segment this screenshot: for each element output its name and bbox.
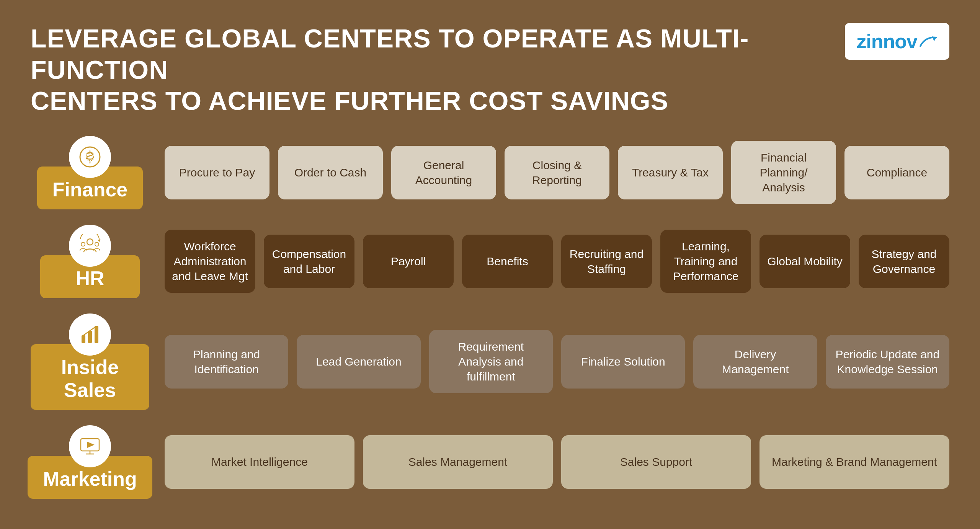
finance-icon-circle bbox=[69, 136, 111, 178]
finance-label-area: Finance bbox=[31, 136, 149, 209]
hr-items: Workforce Administration and Leave Mgt C… bbox=[165, 230, 949, 293]
list-item: Order to Cash bbox=[278, 146, 383, 199]
page-title: LEVERAGE GLOBAL CENTERS TO OPERATE AS MU… bbox=[31, 23, 758, 117]
svg-rect-6 bbox=[88, 331, 92, 343]
list-item: Financial Planning/ Analysis bbox=[731, 141, 836, 204]
list-item: Lead Generation bbox=[297, 335, 420, 389]
list-item: Marketing & Brand Management bbox=[760, 435, 949, 489]
list-item: Requirement Analysis and fulfillment bbox=[429, 330, 553, 393]
list-item: Compliance bbox=[844, 146, 949, 199]
list-item: Closing & Reporting bbox=[505, 146, 609, 199]
hr-label-area: HR bbox=[31, 225, 149, 298]
finance-row: Finance Procure to Pay Order to Cash Gen… bbox=[31, 136, 949, 209]
svg-marker-11 bbox=[87, 442, 95, 448]
list-item: Sales Management bbox=[363, 435, 553, 489]
content-rows: Finance Procure to Pay Order to Cash Gen… bbox=[31, 136, 949, 506]
dollar-gear-icon bbox=[78, 145, 101, 168]
list-item: Compensation and Labor bbox=[264, 235, 354, 288]
svg-point-3 bbox=[81, 242, 85, 246]
header: LEVERAGE GLOBAL CENTERS TO OPERATE AS MU… bbox=[31, 23, 949, 117]
svg-point-2 bbox=[87, 239, 93, 245]
list-item: Market Intelligence bbox=[165, 435, 354, 489]
logo: zinnov bbox=[845, 23, 949, 60]
finance-items: Procure to Pay Order to Cash General Acc… bbox=[165, 141, 949, 204]
list-item: Global Mobility bbox=[760, 235, 850, 288]
list-item: Learning, Training and Performance bbox=[660, 230, 751, 293]
list-item: Recruiting and Staffing bbox=[561, 235, 652, 288]
marketing-items: Market Intelligence Sales Management Sal… bbox=[165, 435, 949, 489]
list-item: Treasury & Tax bbox=[618, 146, 723, 199]
inside-sales-items: Planning and Identification Lead Generat… bbox=[165, 330, 949, 393]
svg-rect-7 bbox=[95, 326, 98, 343]
svg-point-0 bbox=[80, 147, 100, 167]
list-item: Benefits bbox=[462, 235, 553, 288]
list-item: Strategy and Governance bbox=[859, 235, 949, 288]
list-item: Delivery Management bbox=[693, 335, 817, 389]
marketing-icon-circle bbox=[69, 425, 111, 467]
main-container: LEVERAGE GLOBAL CENTERS TO OPERATE AS MU… bbox=[0, 0, 980, 529]
hr-row: HR Workforce Administration and Leave Mg… bbox=[31, 225, 949, 298]
logo-text: zinnov bbox=[856, 30, 917, 53]
list-item: Planning and Identification bbox=[165, 335, 288, 389]
marketing-row: Marketing Market Intelligence Sales Mana… bbox=[31, 425, 949, 499]
inside-sales-row: Inside Sales Planning and Identification… bbox=[31, 313, 949, 410]
logo-swoosh-icon bbox=[919, 34, 938, 49]
list-item: Procure to Pay bbox=[165, 146, 270, 199]
list-item: Payroll bbox=[363, 235, 454, 288]
list-item: Finalize Solution bbox=[561, 335, 685, 389]
chart-up-icon bbox=[78, 323, 101, 346]
inside-sales-label-area: Inside Sales bbox=[31, 313, 149, 410]
hr-icon-circle bbox=[69, 225, 111, 267]
list-item: Periodic Update and Knowledge Session bbox=[826, 335, 949, 389]
list-item: Workforce Administration and Leave Mgt bbox=[165, 230, 255, 293]
people-cycle-icon bbox=[78, 234, 101, 257]
list-item: Sales Support bbox=[561, 435, 751, 489]
monitor-play-icon bbox=[78, 435, 101, 458]
marketing-label-area: Marketing bbox=[31, 425, 149, 499]
inside-sales-icon-circle bbox=[69, 313, 111, 356]
svg-point-4 bbox=[95, 242, 99, 246]
list-item: General Accounting bbox=[391, 146, 496, 199]
